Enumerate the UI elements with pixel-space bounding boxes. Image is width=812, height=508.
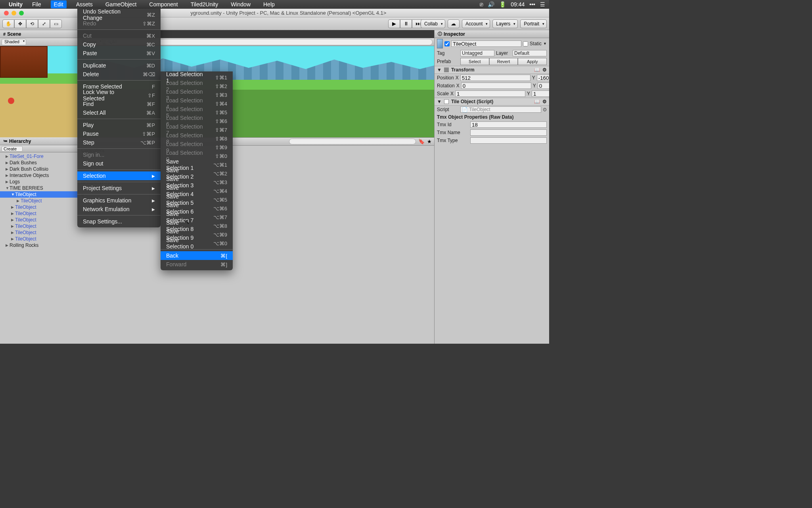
hierarchy-tab[interactable]: ≔Hierarchy — [0, 137, 77, 145]
menu-item-copy[interactable]: Copy⌘C — [77, 40, 161, 49]
menu-item-delete[interactable]: Delete⌘⌫ — [77, 70, 161, 79]
menu-item-play[interactable]: Play⌘P — [77, 121, 161, 129]
menu-item-save-selection-0[interactable]: Save Selection 0⌥⌘0 — [161, 239, 233, 248]
clock[interactable]: 09:44 — [511, 1, 525, 8]
hierarchy-item[interactable]: ▼TIME BERRIES — [0, 185, 77, 191]
prefab-select-button[interactable]: Select — [460, 58, 489, 65]
tmx-id-input[interactable] — [470, 121, 547, 128]
gameobject-active-checkbox[interactable] — [444, 41, 450, 46]
script-header[interactable]: ▼ Tile Object (Script)📖⚙ — [435, 98, 549, 106]
gameobject-icon — [437, 39, 443, 48]
hierarchy-item[interactable]: ▶TileObject — [0, 223, 77, 229]
hierarchy-item[interactable]: ▶TileSet_01-Fore — [0, 153, 77, 160]
maximize-window-button[interactable] — [19, 11, 24, 15]
menu-help[interactable]: Help — [260, 0, 278, 8]
menu-component[interactable]: Component — [146, 0, 181, 8]
menu-item-snap-settings-[interactable]: Snap Settings... — [77, 217, 161, 226]
hierarchy-item[interactable]: ▶Dark Bushes — [0, 160, 77, 166]
menu-item-back[interactable]: Back⌘[ — [161, 251, 233, 260]
prefab-apply-button[interactable]: Apply — [518, 58, 547, 65]
pos-x-input[interactable] — [460, 75, 530, 81]
menu-item-graphics-emulation[interactable]: Graphics Emulation▶ — [77, 196, 161, 205]
hierarchy-item[interactable]: ▶TileObject — [0, 204, 77, 210]
close-window-button[interactable] — [4, 11, 9, 15]
rect-tool-button[interactable]: ▭ — [50, 19, 62, 28]
rot-x-input[interactable] — [461, 83, 531, 89]
hierarchy-item[interactable]: ▼TileObject — [0, 191, 77, 198]
menu-item-select-all[interactable]: Select All⌘A — [77, 108, 161, 117]
menu-file[interactable]: File — [29, 0, 44, 8]
rotate-tool-button[interactable]: ⟲ — [26, 19, 38, 28]
menu-item-lock-view-to-selected[interactable]: Lock View to Selected⇧F — [77, 91, 161, 100]
camera-icon[interactable]: ⎚ — [480, 1, 483, 8]
layer-dropdown[interactable]: Default — [513, 50, 547, 56]
prefab-revert-button[interactable]: Revert — [489, 58, 518, 65]
menu-tiled2unity[interactable]: Tiled2Unity — [188, 0, 222, 8]
menu-window[interactable]: Window — [228, 0, 254, 8]
script-field[interactable]: 📄 TileObject — [460, 106, 541, 113]
gameobject-name-input[interactable] — [451, 40, 521, 47]
static-checkbox[interactable] — [523, 41, 528, 46]
hierarchy-item[interactable]: ▶TileObject — [0, 217, 77, 223]
rot-y-input[interactable] — [538, 83, 549, 89]
scale-tool-button[interactable]: ⤢ — [38, 19, 50, 28]
minimize-window-button[interactable] — [11, 11, 16, 15]
menu-edit[interactable]: Edit — [51, 0, 67, 8]
component-gear-icon[interactable]: ⚙ — [542, 67, 547, 73]
battery-icon[interactable]: 🔋 — [499, 1, 506, 8]
collab-dropdown[interactable]: Collab — [421, 19, 445, 28]
overflow-icon[interactable]: ••• — [529, 1, 535, 8]
pause-button[interactable]: ⏸ — [400, 19, 412, 28]
app-name[interactable]: Unity — [9, 1, 23, 8]
cloud-button[interactable]: ☁ — [448, 19, 460, 28]
hierarchy-item[interactable]: ▶TileObject — [0, 236, 77, 242]
hierarchy-item[interactable]: ▶TileObject — [0, 210, 77, 217]
menu-item-undo-selection-change[interactable]: Undo Selection Change⌘Z — [77, 10, 161, 19]
hierarchy-item[interactable]: ▶Dark Bush Collisio — [0, 166, 77, 172]
tmx-name-input[interactable] — [470, 129, 547, 136]
scene-view[interactable] — [0, 46, 77, 137]
pos-y-input[interactable] — [537, 75, 549, 81]
hierarchy-item[interactable]: ▶TileObject — [0, 198, 77, 204]
shading-dropdown[interactable]: Shaded — [2, 39, 26, 45]
play-button[interactable]: ▶ — [388, 19, 400, 28]
transform-header[interactable]: ▼ Transform📖⚙ — [435, 66, 549, 74]
hierarchy-item[interactable]: ▶Rolling Rocks — [0, 242, 77, 248]
menu-item-selection[interactable]: Selection▶ — [77, 171, 161, 180]
tag-dropdown[interactable]: Untagged — [460, 50, 494, 56]
component-help-icon[interactable]: 📖 — [534, 99, 540, 104]
scene-tab[interactable]: #Scene — [0, 30, 77, 38]
filter-icon[interactable]: 🔖 — [418, 139, 425, 144]
menu-item-paste[interactable]: Paste⌘V — [77, 49, 161, 58]
component-help-icon[interactable]: 📖 — [534, 67, 540, 73]
menu-item-project-settings[interactable]: Project Settings▶ — [77, 184, 161, 192]
menu-item-pause[interactable]: Pause⇧⌘P — [77, 129, 161, 138]
component-gear-icon[interactable]: ⚙ — [542, 99, 547, 104]
inspector-tab[interactable]: ⓘInspector — [435, 30, 549, 38]
hierarchy-item[interactable]: ▶Logs — [0, 179, 77, 185]
list-icon[interactable]: ☰ — [540, 1, 545, 8]
menu-item-duplicate[interactable]: Duplicate⌘D — [77, 61, 161, 70]
hand-tool-button[interactable]: ✋ — [2, 19, 14, 28]
hierarchy-item[interactable]: ▶TileObject — [0, 229, 77, 236]
layout-dropdown[interactable]: Portrait — [520, 19, 547, 28]
layers-dropdown[interactable]: Layers — [492, 19, 518, 28]
volume-icon[interactable]: 🔊 — [488, 1, 494, 8]
scale-x-input[interactable] — [455, 90, 525, 97]
menu-item-step[interactable]: Step⌥⌘P — [77, 138, 161, 147]
scale-y-input[interactable] — [532, 90, 549, 97]
hierarchy-list[interactable]: ▶TileSet_01-Fore▶Dark Bushes▶Dark Bush C… — [0, 152, 77, 344]
menu-gameobject[interactable]: GameObject — [102, 0, 140, 8]
menu-item-cut: Cut⌘X — [77, 31, 161, 40]
project-search-input[interactable] — [289, 139, 416, 144]
hierarchy-create-dropdown[interactable]: Create — [2, 146, 23, 152]
menu-assets[interactable]: Assets — [73, 0, 96, 8]
star-icon[interactable]: ★ — [427, 139, 432, 144]
tmx-type-input[interactable] — [470, 137, 547, 144]
object-picker-icon[interactable]: ⊙ — [543, 107, 547, 112]
menu-item-sign-out[interactable]: Sign out — [77, 159, 161, 168]
move-tool-button[interactable]: ✥ — [14, 19, 26, 28]
menu-item-network-emulation[interactable]: Network Emulation▶ — [77, 205, 161, 214]
account-dropdown[interactable]: Account — [462, 19, 490, 28]
hierarchy-item[interactable]: ▶Interactive Objects — [0, 172, 77, 179]
